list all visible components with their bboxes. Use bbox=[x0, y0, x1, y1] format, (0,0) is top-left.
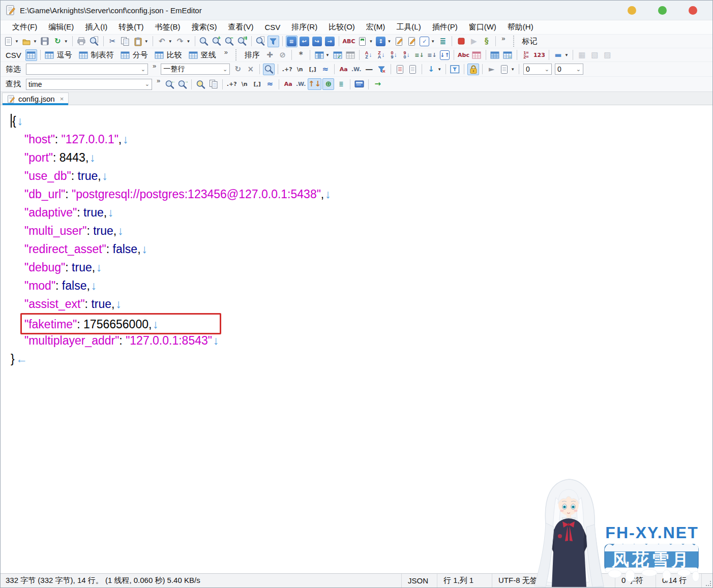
code-line[interactable]: }← bbox=[1, 350, 712, 368]
text-editor[interactable]: {↓"host": "127.0.0.1",↓"port": 8443,↓"us… bbox=[1, 105, 712, 573]
menu-item-11[interactable]: 宏(M) bbox=[361, 21, 391, 33]
dropdown-arrow-icon[interactable]: ▼ bbox=[565, 53, 569, 57]
frozen-columns-select[interactable]: 0⌄ bbox=[555, 64, 583, 75]
dropdown-arrow-icon[interactable]: ▼ bbox=[168, 39, 172, 44]
wrap-by-chars-icon[interactable]: ↪ bbox=[311, 36, 323, 47]
undo-icon[interactable]: ↶ bbox=[156, 36, 168, 47]
char-code-icon[interactable]: ↕ bbox=[375, 36, 387, 47]
find-overflow-icon[interactable]: » bbox=[157, 77, 160, 85]
dropdown-arrow-icon[interactable]: ▼ bbox=[387, 39, 391, 44]
code-line[interactable]: "multiplayer_addr": "127.0.0.1:8543"↓ bbox=[1, 331, 712, 350]
sort-length-icon[interactable]: ≡↓ bbox=[413, 49, 425, 61]
stop-icon[interactable] bbox=[455, 36, 467, 47]
menu-item-10[interactable]: 比较(O) bbox=[323, 21, 361, 33]
encoding[interactable]: UTF-8 无签名 bbox=[492, 574, 578, 587]
minimize-button[interactable] bbox=[628, 6, 636, 15]
auto-fill-icon[interactable]: ▦ bbox=[576, 49, 588, 61]
filter-regex-icon[interactable]: .+? bbox=[281, 64, 293, 75]
open-file-icon[interactable] bbox=[21, 36, 33, 47]
move-column-icon[interactable]: → bbox=[502, 49, 514, 61]
display-options-icon[interactable] bbox=[353, 78, 365, 90]
cursor-position[interactable]: 行 1,列 1 bbox=[437, 574, 492, 587]
new-file-icon[interactable] bbox=[3, 36, 14, 47]
chevron-down-icon[interactable]: ⌄ bbox=[221, 66, 227, 73]
menu-item-15[interactable]: 帮助(H) bbox=[502, 21, 539, 33]
macro-options-icon[interactable]: ✓ bbox=[419, 36, 430, 47]
menu-item-9[interactable]: 排序(R) bbox=[286, 21, 323, 33]
code-line[interactable]: "adaptive": true,↓ bbox=[1, 203, 712, 222]
menu-item-13[interactable]: 插件(P) bbox=[427, 21, 463, 33]
find-previous-icon[interactable]: ← bbox=[164, 78, 175, 90]
filter-negative-icon[interactable]: — bbox=[363, 64, 375, 75]
filter-apply-icon[interactable] bbox=[263, 64, 275, 75]
csv-semicolon-icon[interactable] bbox=[120, 49, 131, 61]
csv-comma-label[interactable]: 逗号 bbox=[57, 50, 72, 60]
save-icon[interactable] bbox=[39, 36, 51, 47]
menu-item-1[interactable]: 文件(F) bbox=[7, 21, 43, 33]
csv-tab-icon[interactable] bbox=[78, 49, 90, 61]
dropdown-arrow-icon[interactable]: ▼ bbox=[369, 39, 373, 44]
filter-scope-select[interactable]: 一整行⌄ bbox=[161, 64, 230, 75]
dropdown-arrow-icon[interactable]: ▼ bbox=[437, 67, 441, 72]
menu-item-6[interactable]: 搜索(S) bbox=[186, 21, 222, 33]
show-unmatched-lines-icon[interactable] bbox=[407, 64, 419, 75]
zoom-in-icon[interactable]: + bbox=[211, 36, 223, 47]
toolbar-overflow-icon[interactable]: » bbox=[501, 35, 505, 43]
toolbar-grip[interactable] bbox=[235, 49, 237, 60]
cut-icon[interactable]: ✂ bbox=[107, 36, 118, 47]
sort-occurrence-icon[interactable]: ≡↓ bbox=[426, 49, 438, 61]
sort-asc-icon[interactable]: AZ↓ bbox=[363, 49, 374, 61]
filter-delete-icon[interactable]: × bbox=[376, 64, 388, 75]
ruler-icon[interactable]: 123 bbox=[533, 49, 546, 61]
code-line[interactable]: "host": "127.0.0.1",↓ bbox=[1, 130, 712, 148]
tab-config-json[interactable]: config.json × bbox=[2, 92, 69, 105]
combine-lines-icon[interactable]: ▧ bbox=[589, 49, 601, 61]
filter-fuzzy-icon[interactable]: ≈ bbox=[319, 64, 331, 75]
csv-comma-icon[interactable] bbox=[44, 49, 55, 61]
dropdown-arrow-icon[interactable]: ▼ bbox=[144, 39, 148, 44]
spell-check-icon[interactable]: ABC bbox=[342, 36, 356, 47]
csv-pipe-label[interactable]: 竖线 bbox=[201, 50, 216, 60]
menu-item-7[interactable]: 查看(V) bbox=[222, 21, 259, 33]
flag-icon[interactable]: ► bbox=[486, 64, 497, 75]
find-icon[interactable] bbox=[198, 36, 210, 47]
select-columns-icon[interactable] bbox=[313, 49, 325, 61]
run-icon[interactable]: ▶ bbox=[468, 36, 480, 47]
syntax-mode[interactable]: JSON bbox=[401, 574, 437, 587]
dropdown-arrow-icon[interactable]: ▼ bbox=[187, 39, 191, 44]
chevron-down-icon[interactable]: ⌄ bbox=[143, 81, 150, 87]
record-macro-icon[interactable] bbox=[393, 36, 405, 47]
csv-normal-mode-icon[interactable] bbox=[25, 49, 37, 61]
line-numbers-icon[interactable]: 1=2= bbox=[520, 49, 532, 61]
redo-icon[interactable]: ↷ bbox=[174, 36, 186, 47]
split-lines-icon[interactable]: ▨ bbox=[602, 49, 613, 61]
dropdown-arrow-icon[interactable]: ▼ bbox=[64, 39, 68, 44]
code-line[interactable]: "multi_user": true,↓ bbox=[1, 222, 712, 240]
heading-rows-select[interactable]: 0⌄ bbox=[523, 64, 552, 75]
csv-compare-label[interactable]: 比较 bbox=[167, 50, 182, 60]
code-line[interactable]: "faketime": 1756656000,↓ bbox=[1, 313, 712, 331]
code-line[interactable]: "assist_ext": true,↓ bbox=[1, 295, 712, 313]
highlight-all-icon[interactable] bbox=[195, 78, 206, 90]
merge-columns-icon[interactable] bbox=[489, 49, 501, 61]
find-input[interactable]: time⌄ bbox=[26, 79, 152, 90]
multi-sort-icon[interactable]: ✚ bbox=[264, 49, 276, 61]
dropdown-arrow-icon[interactable]: ▼ bbox=[15, 39, 19, 44]
print-icon[interactable] bbox=[76, 36, 87, 47]
no-wrap-icon[interactable]: ≡ bbox=[286, 36, 298, 47]
copy-icon[interactable] bbox=[120, 36, 131, 47]
print-preview-icon[interactable] bbox=[88, 36, 100, 47]
code-line[interactable]: "redirect_asset": false,↓ bbox=[1, 240, 712, 258]
chevron-down-icon[interactable]: ⌄ bbox=[543, 66, 549, 73]
csv-pipe-icon[interactable] bbox=[188, 49, 199, 61]
filter-input[interactable]: ⌄ bbox=[26, 64, 148, 75]
jump-icon[interactable]: → bbox=[372, 78, 383, 90]
wrap-by-page-icon[interactable]: → bbox=[324, 36, 336, 47]
code-line[interactable]: "mod": false,↓ bbox=[1, 276, 712, 295]
table-options-icon[interactable] bbox=[344, 49, 356, 61]
sort-num-asc-icon[interactable]: 09↓ bbox=[388, 49, 400, 61]
filter-toolbar-toggle-icon[interactable] bbox=[268, 36, 279, 47]
csv-overflow-icon[interactable]: » bbox=[224, 48, 228, 56]
filter-clear-icon[interactable]: × bbox=[245, 64, 256, 75]
tab-close-icon[interactable]: × bbox=[60, 95, 64, 103]
